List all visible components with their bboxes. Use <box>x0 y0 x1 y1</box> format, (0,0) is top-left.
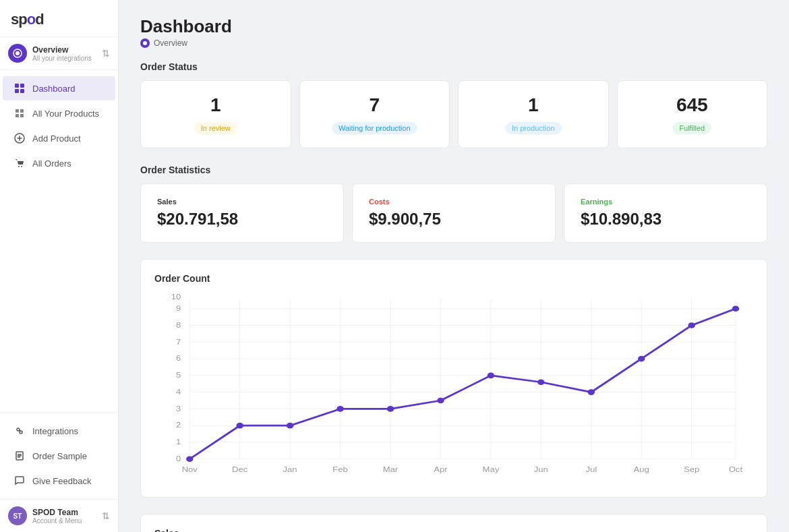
order-sample-label: Order Sample <box>32 451 87 461</box>
user-info: SPOD Team Account & Menu <box>32 508 102 525</box>
user-name: SPOD Team <box>32 508 102 517</box>
svg-point-60 <box>437 398 444 404</box>
svg-point-8 <box>21 166 22 167</box>
svg-rect-5 <box>20 89 24 93</box>
sidebar-item-dashboard[interactable]: Dashboard <box>3 76 115 100</box>
svg-text:Feb: Feb <box>332 465 348 474</box>
svg-point-57 <box>287 423 293 429</box>
svg-point-63 <box>587 389 594 395</box>
status-card-in-production: 1 In production <box>458 80 609 148</box>
earnings-value: $10.890,83 <box>581 210 751 229</box>
breadcrumb: Overview <box>140 38 767 48</box>
give-feedback-label: Give Feedback <box>32 476 91 486</box>
costs-value: $9.900,75 <box>369 210 539 229</box>
svg-point-66 <box>732 305 739 312</box>
in-production-badge: In production <box>505 122 562 134</box>
account-info: Overview All your integrations <box>32 45 102 62</box>
dashboard-label: Dashboard <box>32 84 76 94</box>
status-card-fulfilled: 645 Fulfilled <box>617 80 768 148</box>
sidebar-item-integrations[interactable]: Integrations <box>3 419 115 443</box>
sidebar: spod Overview All your integrations ⇅ <box>0 0 119 532</box>
user-avatar: ST <box>8 506 27 525</box>
sidebar-bottom-nav: Integrations Order Sample Give Feedback <box>0 412 118 499</box>
account-subtitle: All your integrations <box>32 55 102 62</box>
svg-text:Sep: Sep <box>684 465 700 474</box>
logo-area: spod <box>0 0 118 37</box>
sales-value: $20.791,58 <box>157 210 327 229</box>
svg-text:9: 9 <box>176 304 181 313</box>
in-review-badge: In review <box>194 122 237 134</box>
svg-text:Dec: Dec <box>232 465 247 474</box>
account-chevron-icon: ⇅ <box>102 48 110 59</box>
stats-card-costs: Costs $9.900,75 <box>352 183 556 243</box>
svg-text:2: 2 <box>176 421 181 430</box>
account-avatar <box>8 44 27 63</box>
svg-text:1: 1 <box>176 438 181 446</box>
add-product-icon <box>13 132 26 144</box>
svg-text:6: 6 <box>176 354 181 363</box>
svg-text:May: May <box>483 465 500 474</box>
user-footer[interactable]: ST SPOD Team Account & Menu ⇅ <box>0 499 118 532</box>
svg-point-55 <box>186 456 193 462</box>
sidebar-item-all-products[interactable]: All Your Products <box>3 101 115 125</box>
app-logo: spod <box>11 11 107 28</box>
order-status-title: Order Status <box>140 61 767 72</box>
page-header: Dashboard Overview <box>140 16 767 48</box>
all-products-label: All Your Products <box>32 109 99 119</box>
costs-label: Costs <box>369 198 539 206</box>
svg-rect-4 <box>15 89 19 93</box>
sales-label: Sales <box>157 198 327 206</box>
user-chevron-icon: ⇅ <box>102 510 110 521</box>
sidebar-item-give-feedback[interactable]: Give Feedback <box>3 469 115 493</box>
sidebar-item-all-orders[interactable]: All Orders <box>3 151 115 175</box>
give-feedback-icon <box>13 475 26 487</box>
sidebar-item-add-product[interactable]: Add Product <box>3 126 115 150</box>
integrations-icon <box>13 425 26 437</box>
add-product-label: Add Product <box>32 134 81 144</box>
page-title: Dashboard <box>140 16 767 37</box>
in-production-count: 1 <box>472 94 595 116</box>
fulfilled-count: 645 <box>631 94 754 116</box>
earnings-label: Earnings <box>581 198 751 206</box>
svg-text:5: 5 <box>176 371 181 380</box>
all-orders-label: All Orders <box>32 158 71 169</box>
svg-point-64 <box>638 356 645 362</box>
sales-chart-section: Sales Costs ($) Sales ($) 100 <box>140 514 767 532</box>
main-content: Dashboard Overview Order Status 1 In rev… <box>119 0 789 532</box>
svg-text:Jun: Jun <box>534 465 548 474</box>
stats-cards: Sales $20.791,58 Costs $9.900,75 Earning… <box>140 183 767 243</box>
status-card-waiting: 7 Waiting for production <box>299 80 450 148</box>
svg-text:8: 8 <box>176 321 181 330</box>
account-switcher[interactable]: Overview All your integrations ⇅ <box>0 37 118 70</box>
sales-chart-title: Sales <box>154 528 753 532</box>
waiting-count: 7 <box>314 94 436 116</box>
dashboard-icon <box>13 82 26 94</box>
svg-text:Jan: Jan <box>283 465 297 474</box>
svg-point-7 <box>18 166 20 167</box>
status-card-in-review: 1 In review <box>140 80 291 148</box>
integrations-label: Integrations <box>32 426 78 436</box>
svg-text:Apr: Apr <box>434 465 447 474</box>
svg-text:Oct: Oct <box>729 465 743 474</box>
order-statistics-title: Order Statistics <box>140 165 767 175</box>
svg-text:3: 3 <box>176 405 181 413</box>
svg-point-56 <box>236 423 243 429</box>
order-count-title: Order Count <box>154 273 753 284</box>
svg-point-1 <box>16 51 20 55</box>
orders-icon <box>13 157 26 169</box>
svg-text:7: 7 <box>176 338 181 347</box>
svg-text:0: 0 <box>176 454 181 463</box>
svg-point-58 <box>337 406 343 412</box>
order-count-svg: 0 1 2 3 4 5 6 7 8 9 10 Nov Dec Jan Feb M… <box>154 292 753 481</box>
svg-point-62 <box>537 379 544 385</box>
user-subtitle: Account & Menu <box>32 517 102 525</box>
stats-card-sales: Sales $20.791,58 <box>140 183 344 243</box>
products-icon <box>13 107 26 119</box>
breadcrumb-icon <box>140 38 150 48</box>
fulfilled-badge: Fulfilled <box>672 122 711 134</box>
breadcrumb-label: Overview <box>154 38 187 48</box>
waiting-badge: Waiting for production <box>332 122 417 134</box>
main-nav: Dashboard All Your Products Add Product <box>0 70 118 412</box>
sidebar-item-order-sample[interactable]: Order Sample <box>3 444 115 468</box>
svg-point-59 <box>387 406 394 412</box>
